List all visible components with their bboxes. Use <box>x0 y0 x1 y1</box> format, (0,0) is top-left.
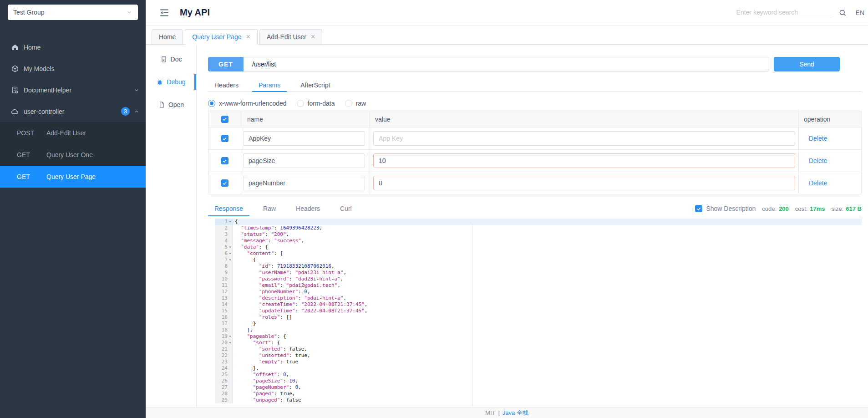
close-icon[interactable]: × <box>246 33 250 41</box>
radio-form-data[interactable]: form-data <box>297 100 335 107</box>
group-select[interactable]: Test Group <box>8 5 138 20</box>
request-tabs: Headers Params AfterScript <box>208 78 862 92</box>
footer-license: MIT <box>485 409 495 416</box>
request-url-input[interactable] <box>244 57 769 71</box>
code-label: code: <box>762 205 777 212</box>
close-icon[interactable]: × <box>311 33 315 41</box>
nav-item-open[interactable]: Open <box>146 93 196 116</box>
status-code-value: 200 <box>779 205 789 212</box>
param-value-input[interactable] <box>373 153 795 168</box>
tab-headers[interactable]: Headers <box>208 78 245 92</box>
editor-line: 11 "email": "pdai2@pdai.tech", <box>215 282 862 289</box>
param-name-input[interactable] <box>243 176 365 190</box>
tab-response-headers[interactable]: Headers <box>289 201 326 216</box>
api-side-nav: Doc Debug Open <box>146 45 197 407</box>
tab-afterscript[interactable]: AfterScript <box>294 78 336 92</box>
select-all-checkbox[interactable] <box>221 116 228 123</box>
fold-arrow-icon[interactable]: ▾ <box>228 244 233 250</box>
search-icon[interactable] <box>838 9 847 17</box>
param-value-input[interactable] <box>373 176 795 190</box>
table-row: Delete <box>208 127 861 149</box>
column-header-value: value <box>375 116 390 123</box>
sidebar-item-document-helper[interactable]: DocumentHelper <box>0 79 146 101</box>
row-checkbox[interactable] <box>221 135 228 142</box>
count-badge: 3 <box>121 107 130 116</box>
sidebar-subitem-add-edit-user[interactable]: POST Add-Edit User <box>0 122 146 144</box>
param-name-input[interactable] <box>243 131 365 146</box>
group-select-value: Test Group <box>13 9 44 16</box>
editor-line: 24 }, <box>215 365 862 372</box>
work-area: Doc Debug Open GET <box>146 45 868 407</box>
radio-icon <box>297 100 304 107</box>
footer-link[interactable]: Java 全栈 <box>503 409 528 417</box>
bug-icon <box>156 78 163 86</box>
fold-arrow-icon[interactable]: ▾ <box>228 340 233 346</box>
chevron-up-icon <box>134 109 139 114</box>
editor-line: 14 "createTime": "2022-04-08T21:37:45", <box>215 301 862 308</box>
home-icon <box>11 43 19 51</box>
radio-label: form-data <box>308 100 335 107</box>
api-name-label: Add-Edit User <box>46 129 86 137</box>
fold-arrow-icon[interactable]: ▾ <box>228 250 233 257</box>
tab-params[interactable]: Params <box>252 78 287 92</box>
param-name-input[interactable] <box>243 153 365 168</box>
sidebar-item-label: DocumentHelper <box>24 87 71 94</box>
sidebar-subitem-query-user-one[interactable]: GET Query User One <box>0 144 146 166</box>
nav-item-doc[interactable]: Doc <box>146 48 196 71</box>
nav-item-debug[interactable]: Debug <box>146 71 196 93</box>
sidebar-subitem-query-user-page[interactable]: GET Query User Page <box>0 166 146 188</box>
param-value-input[interactable] <box>373 131 795 146</box>
request-row: GET Send <box>208 57 840 71</box>
fold-arrow-icon[interactable]: ▾ <box>228 219 233 225</box>
radio-x-www-form-urlencoded[interactable]: x-www-form-urlencoded <box>208 100 287 107</box>
footer-divider: | <box>498 409 499 416</box>
search-input[interactable] <box>736 7 832 18</box>
radio-raw[interactable]: raw <box>345 100 366 107</box>
menu-collapse-icon[interactable] <box>158 7 170 19</box>
sidebar-item-user-controller[interactable]: user-controller 3 <box>0 101 146 122</box>
editor-line: 9 "userName": "pdai23i-hint-a", <box>215 270 862 276</box>
send-button[interactable]: Send <box>774 57 840 71</box>
tab-curl[interactable]: Curl <box>334 201 358 216</box>
tab-add-edit-user[interactable]: Add-Edit User × <box>259 29 323 45</box>
language-switch[interactable]: EN <box>856 9 864 16</box>
radio-icon <box>345 100 352 107</box>
tab-home[interactable]: Home <box>152 29 183 45</box>
tab-response[interactable]: Response <box>208 201 249 216</box>
delete-row-link[interactable]: Delete <box>809 157 827 164</box>
cost-value: 17ms <box>810 205 825 212</box>
editor-line: 28 "paged": true, <box>215 391 862 397</box>
editor-line: 8 "id": 719183321087062016, <box>215 263 862 270</box>
editor-lines: 1▾{2 "timestamp": 1649396428223,3 "statu… <box>215 219 862 403</box>
main-pane: My API EN Home Query User Page × Add-Edi… <box>146 0 868 418</box>
editor-line: 26 "pageSize": 10, <box>215 378 862 384</box>
editor-line: 19▾ "pageable": { <box>215 333 862 340</box>
editor-line: 1▾{ <box>215 219 862 225</box>
tab-query-user-page[interactable]: Query User Page × <box>185 29 258 45</box>
editor-line: 10 "password": "dad23i-hint-a", <box>215 276 862 282</box>
editor-line: 16 "roles": [] <box>215 314 862 321</box>
fold-arrow-icon[interactable]: ▾ <box>228 257 233 263</box>
open-icon <box>158 101 165 108</box>
delete-row-link[interactable]: Delete <box>809 135 827 142</box>
sidebar-menu: Home My Models DocumentHelper <box>0 36 146 188</box>
editor-line: 29 "unpaged": false <box>215 397 862 403</box>
search-box: EN <box>736 7 864 18</box>
document-helper-icon <box>11 86 19 94</box>
delete-row-link[interactable]: Delete <box>809 179 827 187</box>
sidebar-item-my-models[interactable]: My Models <box>0 58 146 79</box>
show-description-checkbox[interactable] <box>695 205 702 212</box>
tab-raw[interactable]: Raw <box>257 201 282 216</box>
editor-line: 13 "description": "pdai-hint-a", <box>215 295 862 301</box>
column-header-name: name <box>247 116 263 123</box>
row-checkbox[interactable] <box>221 157 228 164</box>
footer: MIT | Java 全栈 <box>146 407 868 418</box>
size-label: size: <box>832 205 844 212</box>
response-json-editor[interactable]: 1▾{2 "timestamp": 1649396428223,3 "statu… <box>215 219 862 407</box>
table-header-row: name value operation <box>208 111 861 127</box>
row-checkbox[interactable] <box>221 179 228 187</box>
fold-arrow-icon[interactable]: ▾ <box>228 333 233 340</box>
api-name-label: Query User Page <box>46 173 96 180</box>
sidebar-item-home[interactable]: Home <box>0 36 146 58</box>
editor-line: 18 ], <box>215 327 862 333</box>
